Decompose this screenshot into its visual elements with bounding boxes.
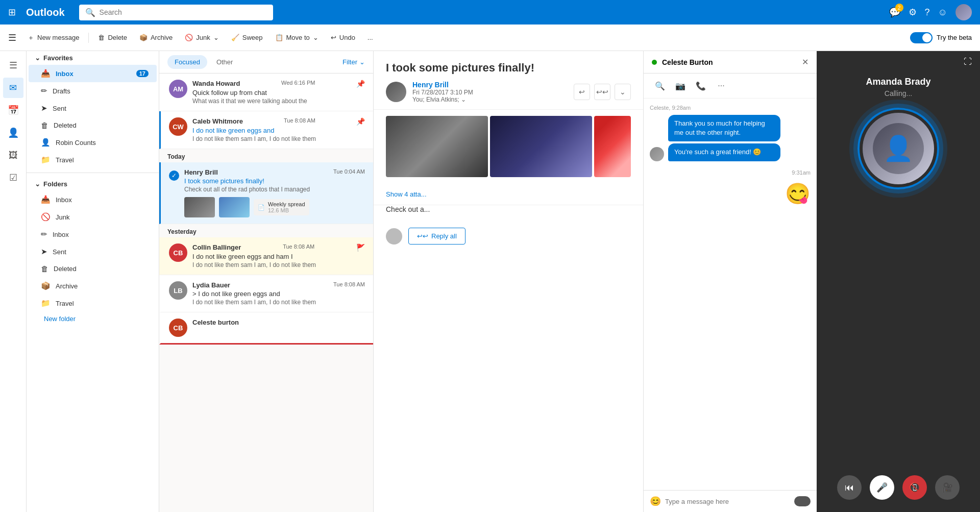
email-list: Focused Other Filter ⌄ AM Wanda Howard — [159, 51, 374, 512]
beta-toggle-area: Try the beta — [910, 32, 972, 43]
sidebar-item-folder-sent[interactable]: ➤ Sent — [29, 243, 157, 260]
search-container: 🔍 — [79, 5, 273, 20]
search-input[interactable] — [100, 8, 267, 16]
folder-deleted-icon: 🗑 — [41, 264, 48, 273]
junk-icon: 🚫 — [185, 34, 193, 41]
skype-icon[interactable]: 💬 2 — [889, 7, 900, 18]
sidebar-item-robin[interactable]: 👤 Robin Counts — [29, 134, 157, 151]
sweep-button[interactable]: 🧹 Sweep — [226, 31, 268, 44]
new-message-button[interactable]: ＋ New message — [22, 30, 84, 45]
skype-search-icon[interactable]: 🔍 — [652, 78, 668, 94]
skype-video-icon[interactable]: 📷 — [672, 78, 689, 94]
sidebar-item-folder-travel[interactable]: 📁 Travel — [29, 295, 157, 312]
skype-actions: 🔍 📷 📞 ··· — [644, 74, 817, 99]
reading-pane: I took some pictures finally! Henry Bril… — [374, 51, 643, 512]
video-call-button[interactable]: 🎥 — [935, 475, 960, 500]
skype-message-input[interactable] — [665, 498, 790, 505]
sender-avatar — [386, 82, 406, 102]
caller-name: Amanda Brady — [866, 77, 930, 87]
tab-other[interactable]: Other — [209, 55, 240, 69]
emoji-input-icon[interactable]: 😊 — [650, 496, 661, 507]
grid-icon[interactable]: ⊞ — [8, 7, 16, 18]
email-body-henry: Henry Brill Tue 0:04 AM I took some pict… — [184, 168, 365, 217]
beta-toggle-switch[interactable] — [910, 32, 933, 43]
undo-button[interactable]: ↩ Undo — [326, 31, 360, 44]
reply-all-action-button[interactable]: ↩↩ — [594, 84, 610, 100]
calling-expand-icon[interactable]: ⛶ — [964, 57, 972, 66]
plus-icon: ＋ — [28, 33, 34, 42]
sender-info: Henry Brill Fri 7/28/2017 3:10 PM You; E… — [412, 81, 568, 103]
nav-calendar-icon[interactable]: 📅 — [3, 100, 23, 120]
move-to-button[interactable]: 📋 Move to ⌄ — [270, 31, 324, 44]
mute-button[interactable]: ⏮ — [837, 475, 862, 500]
tab-row: Focused Other Filter ⌄ — [159, 51, 373, 74]
check-circle-henry: ✓ — [169, 170, 179, 181]
new-folder-link[interactable]: New folder — [27, 312, 159, 326]
folders-chevron-icon: ⌄ — [35, 180, 40, 188]
show-attachments-link[interactable]: Show 4 atta... — [386, 190, 427, 198]
sidebar-item-sent[interactable]: ➤ Sent — [29, 100, 157, 117]
user-avatar[interactable] — [955, 4, 972, 20]
chevron-down-icon: ⌄ — [35, 54, 40, 62]
archive-button[interactable]: 📦 Archive — [134, 31, 178, 44]
skype-close-button[interactable]: ✕ — [802, 57, 808, 67]
thumb1 — [184, 197, 215, 217]
email-item-lydia[interactable]: LB Lydia Bauer Tue 8:08 AM > I do not li… — [159, 275, 373, 312]
folder-junk-icon: 🚫 — [41, 212, 51, 222]
email-avatar-lydia: LB — [169, 281, 187, 300]
emoji-msg-row: 😋 — [650, 180, 811, 208]
mic-button[interactable]: 🎤 — [870, 475, 894, 500]
thumb2 — [219, 197, 250, 217]
sidebar-item-inbox[interactable]: 📥 Inbox 17 — [29, 65, 157, 82]
delete-button[interactable]: 🗑 Delete — [93, 31, 132, 44]
sidebar-item-folder-inbox[interactable]: 📥 Inbox — [29, 191, 157, 208]
tab-focused[interactable]: Focused — [167, 55, 207, 69]
email-item-celeste-list[interactable]: CB Celeste burton — [159, 312, 373, 345]
folders-section[interactable]: ⌄ Folders — [27, 177, 159, 191]
sidebar-item-folder-archive[interactable]: 📦 Archive — [29, 277, 157, 295]
email-item-wanda[interactable]: AM Wanda Howard Wed 6:16 PM 📌 Quick foll… — [159, 74, 373, 111]
nav-tasks-icon[interactable]: ☑ — [3, 167, 23, 188]
nav-people-icon[interactable]: 👤 — [3, 123, 23, 143]
more-button[interactable]: ... — [362, 31, 378, 44]
sidebar-item-travel-fav[interactable]: 📁 Travel — [29, 151, 157, 168]
content-area: Focused Other Filter ⌄ AM Wanda Howard — [159, 51, 980, 512]
nav-photos-icon[interactable]: 🖼 — [3, 145, 23, 165]
help-icon[interactable]: ? — [925, 7, 930, 18]
email-item-collin[interactable]: CB Collin Ballinger Tue 8:08 AM 🚩 I do n… — [159, 237, 373, 275]
sidebar-item-folder-junk[interactable]: 🚫 Junk — [29, 208, 157, 226]
nav-mail-icon[interactable]: ✉ — [3, 78, 23, 98]
filter-button[interactable]: Filter ⌄ — [342, 58, 365, 66]
skype-badge: 2 — [895, 4, 903, 12]
email-item-caleb[interactable]: CW Caleb Whitmore Tue 8:08 AM 📌 I do not… — [159, 111, 373, 149]
skype-send-toggle[interactable] — [794, 496, 811, 506]
sweep-icon: 🧹 — [231, 34, 239, 41]
reply-all-icon: ↩↩ — [417, 232, 428, 240]
skype-more-icon[interactable]: ··· — [713, 78, 729, 94]
sidebar-item-folder-deleted[interactable]: 🗑 Deleted — [29, 260, 157, 277]
sidebar-item-drafts[interactable]: ✏ Drafts — [29, 82, 157, 100]
date-yesterday-label: Yesterday — [159, 224, 373, 237]
more-action-button[interactable]: ⌄ — [615, 84, 631, 100]
skype-phone-icon[interactable]: 📞 — [693, 78, 709, 94]
reply-action-button[interactable]: ↩ — [574, 84, 590, 100]
favorites-section[interactable]: ⌄ Favorites — [27, 51, 159, 65]
sidebar: ⌄ Favorites 📥 Inbox 17 ✏ Drafts ➤ Sent — [27, 51, 159, 512]
reply-all-button[interactable]: ↩↩ Reply all — [408, 228, 465, 245]
hamburger-icon[interactable]: ☰ — [8, 32, 16, 43]
folder-sent-icon: ➤ — [41, 247, 47, 256]
sidebar-item-folder-inbox2[interactable]: ✏ Inbox — [29, 226, 157, 243]
feedback-icon[interactable]: ☺ — [938, 7, 947, 18]
msg-sender-label: Celeste, 9:28am — [650, 105, 811, 111]
end-call-button[interactable]: 📵 — [902, 475, 927, 500]
skype-panel: Celeste Burton ✕ 🔍 📷 📞 ··· Celeste, 9:28… — [643, 51, 817, 512]
email-body-wanda: Wanda Howard Wed 6:16 PM 📌 Quick follow … — [192, 80, 365, 105]
inbox-count-badge: 17 — [136, 70, 149, 77]
photo-grid — [374, 110, 643, 183]
email-item-henry[interactable]: ✓ Henry Brill Tue 0:04 AM I took some pi… — [159, 162, 373, 224]
nav-menu-icon[interactable]: ☰ — [3, 55, 23, 76]
robin-icon: 👤 — [41, 138, 51, 147]
settings-icon[interactable]: ⚙ — [909, 7, 917, 18]
junk-button[interactable]: 🚫 Junk ⌄ — [180, 31, 224, 44]
sidebar-item-deleted[interactable]: 🗑 Deleted — [29, 117, 157, 134]
